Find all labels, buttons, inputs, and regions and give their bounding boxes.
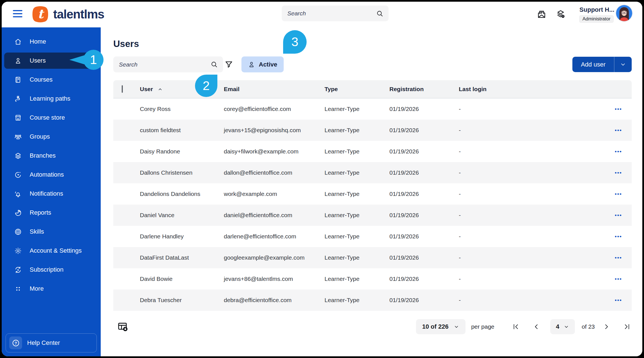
next-page-icon[interactable] (602, 322, 611, 331)
renew-icon: $ (14, 266, 22, 274)
sidebar-item-branches[interactable]: Branches (4, 148, 98, 164)
sidebar-item-reports[interactable]: Reports (4, 205, 98, 221)
cell-last-login: - (459, 127, 605, 134)
table-row[interactable]: Debra Tuescherdebra@efficientoffice.comL… (113, 290, 632, 311)
svg-text:$: $ (17, 268, 19, 271)
cell-last-login: - (459, 212, 605, 219)
row-menu-button[interactable]: ••• (613, 212, 624, 219)
bell-icon (14, 190, 22, 198)
column-header-email[interactable]: Email (224, 86, 325, 93)
row-menu-button[interactable]: ••• (613, 169, 624, 176)
cell-user: Dallons Christensen (140, 169, 224, 176)
sidebar-item-courses[interactable]: Courses (4, 72, 98, 88)
list-controls: Active Add user (113, 56, 632, 72)
sidebar-item-course-store[interactable]: Course store (4, 110, 98, 126)
cell-user: Corey Ross (140, 106, 224, 112)
row-menu-button[interactable]: ••• (613, 297, 624, 304)
row-menu-button[interactable]: ••• (613, 254, 624, 261)
column-header-last-login[interactable]: Last login (459, 86, 605, 93)
table-row[interactable]: David Bowiejevans+86@talentlms.comLearne… (113, 268, 632, 290)
talentlms-logo[interactable]: t talentlms (31, 4, 104, 24)
column-header-type[interactable]: Type (325, 86, 389, 93)
row-menu-button[interactable]: ••• (613, 148, 624, 155)
table-row[interactable]: DataFirst DataLastgoogleexample@example.… (113, 247, 632, 268)
row-menu-button[interactable]: ••• (613, 127, 624, 134)
cell-email: corey@efficientoffice.com (224, 106, 325, 112)
users-table: User Email Type Registration Last login … (113, 80, 632, 311)
table-row[interactable]: custom fieldtestjevans+15@epignosishq.co… (113, 120, 632, 141)
cell-email: dallon@efficientoffice.com (224, 169, 325, 176)
global-search-input[interactable] (287, 10, 376, 17)
help-center-button[interactable]: ? Help Center (6, 333, 97, 352)
sidebar-item-account-settings[interactable]: Account & Settings (4, 243, 98, 259)
sidebar-item-skills[interactable]: Skills (4, 224, 98, 240)
filter-icon[interactable] (223, 59, 235, 70)
add-user-button[interactable]: Add user (572, 57, 614, 72)
users-search-input[interactable] (118, 61, 210, 68)
page-title: Users (113, 39, 632, 49)
table-row[interactable]: Dallons Christensendallon@efficientoffic… (113, 162, 632, 183)
cell-registration: 01/19/2026 (389, 233, 459, 240)
active-filter-label: Active (259, 61, 277, 68)
current-page-dropdown[interactable]: 4 (550, 319, 575, 334)
cell-user: David Bowie (140, 276, 224, 282)
sidebar-item-subscription[interactable]: $Subscription (4, 262, 98, 278)
table-row[interactable]: Daniel Vancedaniel@efficientoffice.comLe… (113, 205, 632, 226)
avatar[interactable] (616, 5, 632, 21)
column-header-user[interactable]: User (140, 86, 153, 93)
table-row[interactable]: Daisy Randonedaisy+filwork@example.comLe… (113, 141, 632, 162)
search-icon[interactable] (376, 10, 384, 17)
row-menu-button[interactable]: ••• (613, 191, 624, 197)
last-page-icon[interactable] (623, 322, 632, 331)
cell-last-login: - (459, 276, 605, 282)
cell-user: Daniel Vance (140, 212, 224, 219)
cell-registration: 01/19/2026 (389, 106, 459, 112)
help-center-label: Help Center (27, 339, 60, 347)
column-header-registration[interactable]: Registration (389, 86, 459, 93)
table-row[interactable]: Darlene Handleydarlene@efficientoffice.c… (113, 226, 632, 247)
row-menu-button[interactable]: ••• (613, 233, 624, 240)
sidebar-item-groups[interactable]: Groups (4, 129, 98, 145)
cell-type: Learner-Type (325, 148, 389, 155)
annotation-step-1: 1 (83, 50, 104, 70)
row-menu-button[interactable]: ••• (613, 276, 624, 282)
hamburger-menu-icon[interactable] (13, 10, 22, 17)
sidebar-item-home[interactable]: Home (4, 34, 98, 50)
gear-icon (14, 247, 22, 255)
sidebar-item-label: More (30, 285, 44, 292)
topbar: t talentlms Support H... Administrator (2, 2, 642, 27)
add-user-dropdown-button[interactable] (614, 57, 632, 72)
cell-registration: 01/19/2026 (389, 254, 459, 261)
pie-chart-icon (14, 209, 22, 217)
first-page-icon[interactable] (511, 322, 520, 331)
total-pages-label: of 23 (582, 323, 595, 330)
table-row[interactable]: Dandelions Dandelionswork@example.comLea… (113, 183, 632, 205)
search-icon[interactable] (210, 61, 218, 68)
cell-registration: 01/19/2026 (389, 212, 459, 219)
page-size-dropdown[interactable]: 10 of 226 (416, 319, 466, 334)
table-row[interactable]: Corey Rosscorey@efficientoffice.comLearn… (113, 98, 632, 120)
profile-name[interactable]: Support H... (558, 6, 614, 13)
storefront-icon (14, 114, 22, 122)
sidebar-item-more[interactable]: More (4, 281, 98, 297)
app-window: t talentlms Support H... Administrator (2, 2, 642, 356)
sidebar-item-learning-paths[interactable]: Learning paths (4, 91, 98, 107)
profile-role-badge: Administrator (579, 15, 614, 23)
sidebar-item-notifications[interactable]: Notifications (4, 186, 98, 202)
sort-asc-icon[interactable] (157, 86, 163, 92)
cell-email: daisy+filwork@example.com (224, 148, 325, 155)
table-footer: 10 of 226 per page 4 of 23 (113, 319, 632, 334)
sidebar-item-automations[interactable]: Automations (4, 167, 98, 183)
annotation-step-3: 3 (283, 30, 307, 54)
messages-icon[interactable] (537, 9, 547, 20)
cell-user: Daisy Randone (140, 148, 224, 155)
cell-last-login: - (459, 148, 605, 155)
export-table-icon[interactable] (117, 321, 129, 333)
previous-page-icon[interactable] (532, 322, 541, 331)
select-all-checkbox[interactable] (122, 85, 123, 93)
active-filter-chip[interactable]: Active (241, 56, 284, 72)
cell-email: googleexample@example.com (224, 254, 325, 261)
cell-type: Learner-Type (325, 127, 389, 134)
cell-email: work@example.com (224, 191, 325, 197)
row-menu-button[interactable]: ••• (613, 106, 624, 112)
